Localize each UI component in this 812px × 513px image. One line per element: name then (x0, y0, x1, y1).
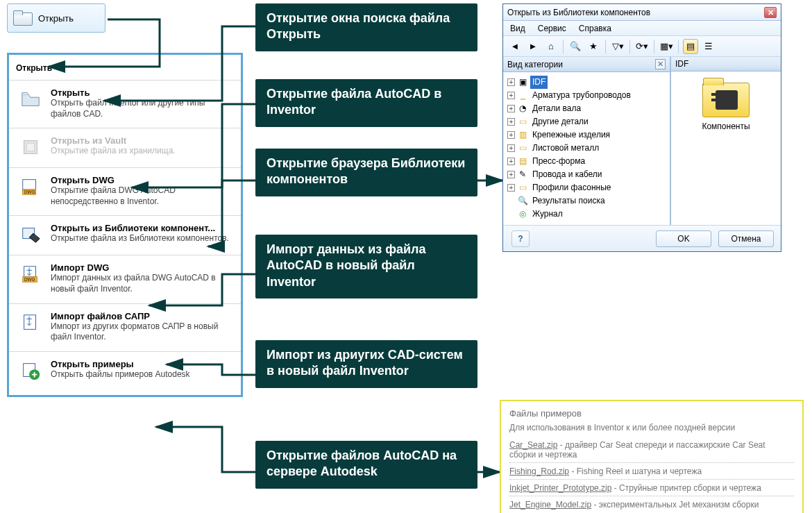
ok-button[interactable]: OK (656, 230, 711, 247)
sample-line: Car_Seat.zip - драйвер Car Seat спереди … (509, 437, 794, 463)
close-icon[interactable]: ✕ (764, 7, 777, 18)
tree-row[interactable]: ◎ Журнал (506, 208, 667, 221)
search-result-icon: 🔍 (517, 196, 528, 206)
menu-item-desc: Импорт из других форматов САПР в новый ф… (51, 321, 232, 343)
tree-label: Результаты поиска (530, 194, 607, 208)
menu-item-title: Открыть из Vault (51, 135, 176, 146)
tree-label: Детали вала (530, 102, 583, 115)
forward-icon[interactable]: ► (525, 39, 541, 54)
tree-label: Провода и кабели (530, 168, 604, 181)
menu-item-import-cad[interactable]: Импорт файлов САПР Импорт из других форм… (9, 303, 241, 351)
parts-icon: ▭ (517, 117, 528, 127)
menu-item-desc: Открыть файл Inventor или другие типы фа… (51, 98, 232, 119)
open-menu-title: Открыть (9, 60, 241, 80)
sample-link[interactable]: Jet_Engine_Model.zip (509, 500, 591, 510)
sample-desc: экспериментальных Jet механизм сборки (599, 500, 759, 510)
menu-item-title: Открыть из Библиотеки компонент... (51, 223, 229, 233)
help-button[interactable]: ? (511, 230, 530, 247)
tree-close-icon[interactable]: ✕ (655, 59, 666, 69)
svg-rect-9 (24, 314, 36, 329)
history-icon: ◎ (517, 210, 528, 219)
tree-row[interactable]: ▭ Другие детали (506, 115, 667, 128)
menu-help[interactable]: Справка (579, 24, 611, 33)
folder-icon (13, 10, 33, 26)
menu-item-title: Открыть DWG (51, 175, 232, 185)
library-titlebar: Открыть из Библиотеки компонентов ✕ (503, 4, 781, 21)
menu-item-desc: Импорт данных из файла DWG AutoCAD в нов… (51, 273, 232, 294)
back-icon[interactable]: ◄ (507, 39, 523, 54)
grid-view-icon[interactable]: ▦▾ (659, 39, 674, 54)
open-menu: Открыть Открыть Открыть файл Inventor ил… (7, 53, 243, 397)
menu-item-desc: Открытие файла из Библиотеки компонентов… (51, 233, 229, 244)
menu-item-desc: Открытие файла из хранилища. (51, 146, 176, 157)
chip-icon: ▣ (517, 78, 528, 87)
samples-icon (19, 359, 42, 382)
library-icon (19, 223, 42, 246)
menu-item-open-library[interactable]: Открыть из Библиотеки компонент... Откры… (9, 215, 241, 255)
list-view-icon[interactable]: ☰ (701, 39, 716, 54)
content-panel: IDF Компоненты (671, 57, 781, 225)
tree-row[interactable]: ▥ Крепежные изделия (506, 128, 667, 142)
cable-icon: ✎ (517, 170, 528, 180)
tree-label: Арматура трубопроводов (530, 89, 633, 102)
callout-open-autocad: Открытие файла AutoCAD в Inventor (255, 79, 477, 127)
menu-item-open-vault: Открыть из Vault Открытие файла из храни… (9, 128, 241, 167)
sample-link[interactable]: Inkjet_Printer_Prototype.zip (509, 483, 611, 493)
tree-row[interactable]: ▭ Листовой металл (506, 142, 667, 155)
sample-link[interactable]: Car_Seat.zip (509, 440, 557, 450)
menu-service[interactable]: Сервис (538, 24, 566, 33)
sample-line: Jet_Engine_Model.zip - экспериментальных… (509, 496, 794, 512)
open-ribbon-button[interactable]: Открыть (7, 3, 105, 33)
menu-view[interactable]: Вид (510, 24, 525, 33)
menu-item-open-samples[interactable]: Открыть примеры Открыть файлы примеров A… (9, 351, 241, 391)
library-title: Открыть из Библиотеки компонентов (507, 8, 650, 17)
menu-item-title: Открыть (51, 87, 232, 98)
tree-row[interactable]: ◔ Детали вала (506, 102, 667, 115)
svg-text:DWG: DWG (24, 190, 35, 195)
menu-item-title: Открыть примеры (51, 359, 190, 369)
menu-item-open[interactable]: Открыть Открыть файл Inventor или другие… (9, 80, 241, 128)
components-folder-label: Компоненты (702, 121, 750, 131)
cancel-button[interactable]: Отмена (718, 230, 774, 247)
library-menubar: Вид Сервис Справка (503, 21, 781, 36)
cad-import-icon (19, 311, 42, 335)
detail-view-icon[interactable]: ▤ (683, 39, 698, 54)
tree-label: Журнал (530, 208, 565, 221)
sheetmetal-icon: ▭ (517, 144, 528, 153)
library-window: Открыть из Библиотеки компонентов ✕ Вид … (502, 3, 781, 252)
tree-label: Листовой металл (530, 142, 601, 155)
menu-item-title: Импорт DWG (51, 262, 232, 273)
tree-row[interactable]: ▤ Пресс-форма (506, 155, 667, 168)
tree-header-label: Вид категории (507, 60, 563, 69)
tree-row[interactable]: ✎ Провода и кабели (506, 168, 667, 181)
refresh-icon[interactable]: ⟳▾ (634, 39, 650, 54)
samples-box: Файлы примеров Для использования в Inven… (500, 400, 804, 513)
tree-row[interactable]: ⎯ Арматура трубопроводов (506, 89, 667, 102)
tree-row[interactable]: ▭ Профили фасонные (506, 181, 667, 194)
favorite-icon[interactable]: ★ (586, 39, 601, 54)
tree-label: Пресс-форма (530, 155, 587, 168)
callout-import-dwg: Импорт данных из файла AutoCAD в новый ф… (255, 235, 477, 298)
tree-row[interactable]: ▣ IDF (506, 76, 667, 89)
callout-open-server: Открытие файлов AutoCAD на сервере Autod… (255, 441, 477, 489)
sample-line: Inkjet_Printer_Prototype.zip - Струйные … (509, 480, 794, 496)
dwg-open-icon: DWG (19, 175, 42, 199)
sample-desc: Струйные принтер сборки и чертежа (619, 483, 761, 493)
components-folder-icon[interactable] (702, 83, 750, 117)
sample-link[interactable]: Fishing_Rod.zip (509, 466, 569, 476)
tree-row[interactable]: 🔍 Результаты поиска (506, 194, 667, 208)
mold-icon: ▤ (517, 157, 528, 167)
samples-title: Файлы примеров (509, 408, 794, 419)
callout-open-library: Открытие браузера Библиотеки компонентов (255, 149, 477, 196)
home-icon[interactable]: ⌂ (543, 39, 559, 54)
search-icon[interactable]: 🔍 (568, 39, 583, 54)
menu-item-open-dwg[interactable]: DWG Открыть DWG Открытие файла DWG AutoC… (9, 167, 241, 215)
filter-icon[interactable]: ▽▾ (610, 39, 625, 54)
tree-label: Крепежные изделия (530, 128, 612, 142)
menu-item-import-dwg[interactable]: DWG Импорт DWG Импорт данных из файла DW… (9, 255, 241, 303)
vault-icon (19, 135, 42, 159)
callout-import-cad: Импорт из дриугих CAD-систем в новый фай… (255, 340, 477, 388)
svg-rect-1 (26, 144, 34, 151)
open-ribbon-label: Открыть (38, 13, 74, 24)
library-toolbar: ◄ ► ⌂ 🔍 ★ ▽▾ ⟳▾ ▦▾ ▤ ☰ (503, 36, 781, 57)
